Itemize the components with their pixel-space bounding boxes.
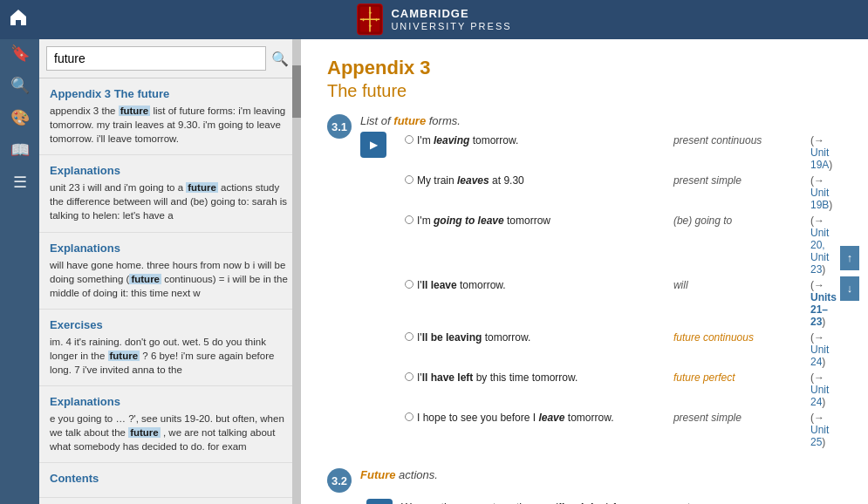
table-cell-example: My train leaves at 9.30 [401,174,668,212]
result-title: Explanations [50,164,290,177]
table-cell-ref: (→ Unit 20, Unit 23) [807,214,840,276]
nav-up-button[interactable]: ↑ [840,246,859,270]
result-title: Contents [50,472,290,485]
table-row: My train leaves at 9.30 present simple (… [401,174,840,212]
section-row: 3.1 List of future forms. I'm leaving to… [327,114,842,451]
svg-text:✦: ✦ [374,16,379,22]
table-cell-grammar: future continuous [670,330,805,369]
palette-icon[interactable]: 🎨 [10,108,30,127]
search-bar: 🔍 [39,39,301,78]
section-3-2: 3.2 Future actions. We use the present c… [327,468,842,504]
table-cell-grammar: present simple [670,411,805,449]
cambridge-line2: UNIVERSITY PRESS [391,21,511,31]
cambridge-line1: CAMBRIDGE [391,8,511,20]
table-cell-ref: (→ Unit 25) [807,411,840,449]
cambridge-logo: ✦ ✦ ✦ ✦ CAMBRIDGE UNIVERSITY PRESS [356,3,511,37]
table-cell-example: I'll have left by this time to­morrow. [401,371,668,409]
table-cell-example: I'll be leaving to­morrow. [401,330,668,369]
search-icon[interactable]: 🔍 [10,76,30,95]
bookmark-icon[interactable]: 🔖 [10,44,30,63]
table-row: I'm leaving to­morrow. present con­tinuo… [401,133,840,172]
table-cell-ref: (→ Unit 24) [807,330,840,369]
list-item[interactable]: Explanations will have gone home. three … [39,233,301,310]
cambridge-text: CAMBRIDGE UNIVERSITY PRESS [391,8,511,31]
section-number: 3.2 [327,468,352,493]
result-snippet: will have gone home. three hours from no… [50,258,290,300]
section-body: I'm leaving to­morrow. present con­tinuo… [360,132,842,451]
result-title: Explanations [50,242,290,255]
list-item[interactable]: Explanations unit 23 i will and i'm goin… [39,155,301,232]
result-title: Exercises [50,318,290,331]
result-snippet: unit 23 i will and i'm going to a future… [50,180,290,222]
table-cell-example: I'm leaving to­morrow. [401,133,668,172]
svg-text:✦: ✦ [362,16,366,22]
list-item[interactable]: Explanations e you going to … ?', see un… [39,386,301,463]
table-cell-ref: (→ Unit 19A) [807,133,840,172]
menu-icon[interactable]: ☰ [13,173,27,192]
section-body-3-2: We use the present continuous (I'm doing… [366,499,842,504]
table-cell-grammar: will [670,278,805,329]
section-label: List of future forms. [360,114,842,127]
result-snippet: appendix 3 the future list of future for… [50,104,290,146]
header-left [9,8,28,31]
main-layout: 🔖 🔍 🎨 📖 ☰ 🔍 Appendix 3 The future append… [0,39,868,504]
table-cell-grammar: future perfect [670,371,805,409]
table-cell-example: I hope to see you before I leave to­morr… [401,411,668,449]
nav-down-button[interactable]: ↓ [840,276,859,301]
search-button[interactable]: 🔍 [266,49,294,69]
appendix-title: The future [327,81,842,101]
book-icon[interactable]: 📖 [10,140,30,160]
table-cell-example: I'm going to leave to­morrow [401,214,668,276]
table-row: I'm going to leave to­morrow (be) going … [401,214,840,276]
svg-text:✦: ✦ [368,10,372,16]
table-row: I'll have left by this time to­morrow. f… [401,371,840,409]
app-header: ✦ ✦ ✦ ✦ CAMBRIDGE UNIVERSITY PRESS [0,0,868,39]
appendix-number: Appendix 3 [327,57,842,79]
section-text: We use the present continuous (I'm doing… [401,499,842,504]
result-title: Appendix 3 The future [50,87,290,100]
section-label: Future actions. [360,468,842,481]
section-content: List of future forms. I'm leaving to­mor… [360,114,842,451]
search-panel: 🔍 Appendix 3 The future appendix 3 the f… [39,39,301,504]
search-scrollbar[interactable] [292,39,301,504]
result-snippet: im. 4 it's raining. don't go out. wet. 5… [50,335,290,377]
table-cell-ref: (→ Units 21–23) [807,278,840,329]
list-item[interactable]: Exercises im. 4 it's raining. don't go o… [39,310,301,386]
content-area: Appendix 3 The future 3.1 List of future… [301,39,868,504]
list-item[interactable]: Contents [39,463,301,498]
search-input[interactable] [46,46,266,71]
section-3-1: 3.1 List of future forms. I'm leaving to… [327,114,842,451]
sidebar-icons: 🔖 🔍 🎨 📖 ☰ [0,39,39,504]
svg-text:✦: ✦ [368,22,372,28]
result-snippet: e you going to … ?', see units 19-20. bu… [50,412,290,453]
table-cell-grammar: (be) going to [670,214,805,276]
shield-icon: ✦ ✦ ✦ ✦ [356,3,384,37]
table-row: I hope to see you before I leave to­morr… [401,411,840,449]
result-title: Explanations [50,395,290,408]
table-cell-grammar: present simple [670,174,805,212]
table-cell-grammar: present con­tinuous [670,133,805,172]
section-row: 3.2 Future actions. [327,468,842,493]
table-row: I'll leave to­morrow. will (→ Units 21–2… [401,278,840,329]
table-cell-ref: (→ Unit 24) [807,371,840,409]
list-item[interactable]: Appendix 3 The future appendix 3 the fut… [39,78,301,155]
forms-table: I'm leaving to­morrow. present con­tinuo… [400,132,842,451]
play-button-3-1[interactable] [360,132,386,158]
scrollbar-thumb[interactable] [292,65,301,118]
table-cell-example: I'll leave to­morrow. [401,278,668,329]
search-results: Appendix 3 The future appendix 3 the fut… [39,78,301,504]
section-content: Future actions. [360,468,842,486]
table-row: I'll be leaving to­morrow. future contin… [401,330,840,369]
section-number: 3.1 [327,114,352,139]
home-button[interactable] [9,8,28,31]
play-button-3-2[interactable] [366,499,393,504]
table-cell-ref: (→ Unit 19B) [807,174,840,212]
